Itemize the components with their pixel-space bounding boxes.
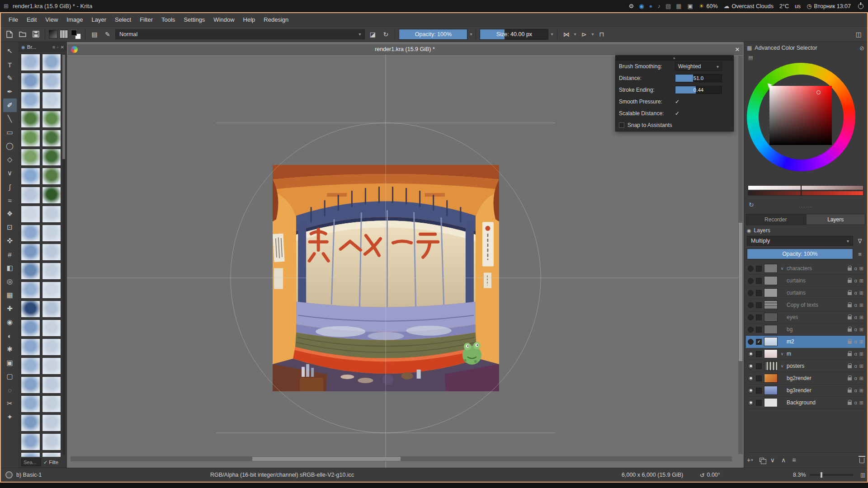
brush-preset-thumbnail[interactable] [42, 452, 61, 457]
layer-checkbox[interactable] [756, 278, 762, 284]
scrollbar-handle[interactable] [739, 223, 742, 361]
duplicate-layer-button[interactable] [760, 458, 764, 462]
menu-item-layer[interactable]: Layer [87, 14, 110, 25]
layer-properties-icon[interactable]: ⊞ [859, 327, 863, 333]
color-wheel[interactable] [747, 63, 855, 171]
layer-checkbox[interactable] [756, 363, 762, 369]
text-tool[interactable]: T [3, 58, 17, 71]
layer-thumbnail[interactable] [764, 300, 778, 310]
brush-preset-thumbnail[interactable] [42, 168, 61, 185]
menu-item-select[interactable]: Select [111, 14, 135, 25]
brush-preset-thumbnail[interactable] [42, 376, 61, 394]
canvas-horizontal-scrollbar[interactable] [71, 456, 732, 461]
clock-indicator[interactable]: ◷Вторник 13:07 [807, 3, 851, 9]
add-layer-button[interactable]: +▾ [747, 456, 753, 464]
snap-to-assistants-checkbox[interactable] [619, 122, 624, 128]
layer-lock-icon[interactable] [848, 402, 852, 405]
layer-lock-icon[interactable] [848, 328, 852, 332]
layer-checkbox[interactable] [756, 290, 762, 296]
brush-preset-thumbnail[interactable] [21, 187, 40, 204]
layer-thumbnail[interactable] [764, 264, 778, 273]
mirror-horizontal-icon[interactable]: ⋈ [561, 29, 572, 40]
distance-slider[interactable]: 51.0 [675, 74, 722, 82]
layer-row-posters[interactable]: ∨postersα⊞ [746, 360, 865, 372]
layer-visibility-off-icon[interactable] [748, 266, 754, 272]
layer-opacity-slider[interactable]: Opacity: 100% [747, 249, 853, 259]
choose-workspace-icon[interactable]: ◫ [853, 29, 864, 40]
menu-item-help[interactable]: Help [239, 14, 259, 25]
gradient-tool[interactable]: ◧ [3, 261, 17, 275]
polyline-tool[interactable]: ∨ [3, 166, 17, 180]
brush-preset-thumbnail[interactable] [21, 376, 40, 394]
saturation-value-square[interactable] [769, 86, 832, 145]
brush-preset-thumbnail[interactable] [21, 338, 40, 356]
menu-item-settings[interactable]: Settings [179, 14, 209, 25]
brush-preset-thumbnail[interactable] [21, 168, 40, 185]
layer-visibility-off-icon[interactable] [748, 278, 754, 284]
layer-row-characters[interactable]: ∨charactersα⊞ [746, 263, 865, 275]
layer-alpha-icon[interactable]: α [854, 400, 857, 405]
layer-visibility-off-icon[interactable] [748, 327, 754, 333]
size-options-icon[interactable]: ▾ [551, 32, 553, 37]
layer-lock-icon[interactable] [848, 341, 852, 344]
brush-preset-thumbnail[interactable] [21, 92, 40, 109]
layer-thumbnail[interactable] [764, 276, 778, 285]
brush-preset-thumbnail[interactable] [42, 263, 61, 280]
menu-item-redesign[interactable]: Redesign [259, 14, 292, 25]
brush-preset-thumbnail[interactable] [42, 357, 61, 375]
menu-item-window[interactable]: Window [209, 14, 238, 25]
gradient-chooser[interactable] [49, 30, 57, 38]
brush-preset-thumbnail[interactable] [21, 111, 40, 128]
messenger-tray-icon[interactable]: ● [649, 3, 653, 9]
brush-preset-thumbnail[interactable] [42, 92, 61, 109]
tab-recorder[interactable]: Recorder [746, 214, 806, 225]
layer-lock-icon[interactable] [848, 280, 852, 283]
assistants-tool[interactable]: ✱ [3, 343, 17, 356]
keyboard-layout-indicator[interactable]: us [795, 3, 801, 9]
layer-properties-icon[interactable]: ⊞ [859, 302, 863, 308]
mirror-vertical-options-icon[interactable]: ▾ [592, 32, 594, 37]
layer-thumbnail[interactable] [764, 361, 778, 371]
layer-thumbnail[interactable] [764, 337, 778, 346]
layer-visibility-off-icon[interactable] [748, 290, 754, 296]
rotation-reset-icon[interactable]: ↺ [700, 472, 704, 479]
brush-preset-thumbnail[interactable] [42, 414, 61, 432]
crop-tool[interactable]: # [3, 248, 17, 261]
brush-preset-thumbnail[interactable] [21, 300, 40, 318]
canvas-vertical-scrollbar[interactable] [738, 56, 743, 454]
layer-checkbox[interactable] [756, 375, 762, 381]
brush-preset-thumbnail[interactable] [42, 130, 61, 147]
layer-row-eyes[interactable]: eyesα⊞ [746, 311, 865, 324]
brush-preset-thumbnail[interactable] [21, 130, 40, 147]
layer-alpha-icon[interactable]: α [854, 302, 857, 308]
media-tray-icon[interactable]: ♪ [657, 3, 660, 9]
weather-indicator[interactable]: ☁Overcast Clouds [724, 3, 774, 9]
foreground-background-colors[interactable] [71, 29, 81, 40]
layer-lock-icon[interactable] [848, 292, 852, 295]
layer-checkbox[interactable] [756, 314, 762, 320]
layer-alpha-icon[interactable]: α [854, 363, 857, 369]
blending-mode-select[interactable]: Normal ▾ [115, 29, 365, 39]
layer-lock-icon[interactable] [848, 267, 852, 271]
freehand-brush-tool[interactable]: ✐ [3, 99, 17, 112]
settings-gear-icon[interactable]: ⚙ [629, 3, 634, 9]
stroke-ending-slider[interactable]: 0.44 [675, 86, 722, 94]
shade-strip-light[interactable] [748, 185, 863, 190]
line-tool[interactable]: ╲ [3, 112, 17, 126]
reference-images-tool[interactable]: ▣ [3, 356, 17, 370]
layer-checkbox[interactable] [756, 266, 762, 272]
layer-thumbnail[interactable] [764, 398, 778, 407]
docker-menu-icon[interactable]: ≡ [52, 45, 55, 50]
layer-checkbox[interactable] [756, 388, 762, 394]
layer-alpha-icon[interactable]: α [854, 314, 857, 320]
zoom-slider-handle[interactable] [821, 472, 822, 478]
layer-alpha-icon[interactable]: α [854, 290, 857, 296]
layer-thumbnail[interactable] [764, 386, 778, 395]
fill-tool[interactable]: ◉ [3, 315, 17, 329]
smart-patch-tool[interactable]: ✚ [3, 302, 17, 315]
layer-visibility-on-icon[interactable] [748, 388, 754, 394]
mirror-horizontal-options-icon[interactable]: ▾ [574, 32, 576, 37]
layer-properties-icon[interactable]: ⊞ [859, 375, 863, 381]
rect-select-tool[interactable]: ▢ [3, 370, 17, 383]
enclose-fill-tool[interactable]: ◐ [3, 329, 17, 343]
